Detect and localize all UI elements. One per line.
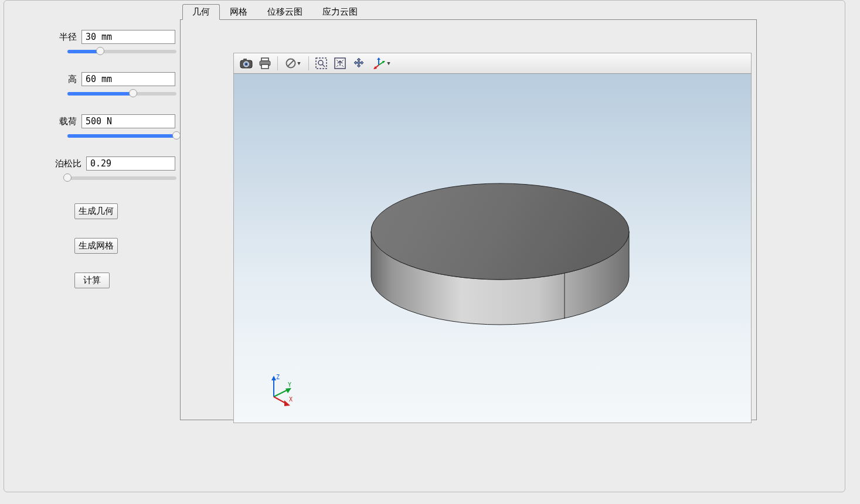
height-label: 高: [68, 74, 77, 85]
gizmo-y-label: Y: [288, 382, 291, 388]
compute-button[interactable]: 计算: [74, 273, 110, 288]
svg-rect-4: [261, 58, 268, 61]
svg-rect-9: [316, 58, 327, 69]
geometry-cylinder: [234, 74, 752, 423]
height-input[interactable]: [81, 72, 175, 86]
filter-dropdown-icon[interactable]: ▼: [281, 55, 305, 71]
svg-point-10: [318, 60, 323, 65]
svg-marker-22: [271, 376, 276, 380]
viewport-toolbar: ▼: [233, 53, 752, 74]
fit-view-icon[interactable]: [331, 55, 349, 71]
tab-bar: 几何 网格 位移云图 应力云图: [180, 4, 842, 20]
gizmo-x-label: X: [289, 396, 293, 403]
generate-geometry-button[interactable]: 生成几何: [74, 203, 118, 219]
svg-line-11: [322, 64, 325, 67]
chevron-down-icon: ▼: [387, 60, 390, 66]
axes-gizmo: Z Y X: [261, 373, 296, 408]
svg-rect-1: [243, 59, 247, 61]
height-slider[interactable]: [67, 92, 176, 96]
svg-line-8: [288, 60, 294, 66]
poisson-slider-thumb[interactable]: [63, 173, 72, 182]
zoom-box-icon[interactable]: [312, 55, 330, 71]
svg-marker-14: [377, 57, 380, 60]
load-slider[interactable]: [67, 134, 176, 138]
svg-line-23: [274, 390, 288, 397]
svg-point-20: [371, 183, 629, 280]
load-slider-thumb[interactable]: [172, 131, 181, 139]
radius-slider-thumb[interactable]: [96, 47, 104, 55]
app-window: 半径 高 载荷: [4, 0, 845, 492]
radius-input[interactable]: [81, 30, 175, 44]
chevron-down-icon: ▼: [297, 60, 300, 66]
tab-stress[interactable]: 应力云图: [312, 4, 368, 20]
tab-content: ▼: [180, 19, 757, 420]
gizmo-z-label: Z: [276, 374, 280, 380]
viewport-3d[interactable]: Z Y X: [233, 74, 752, 423]
axes-dropdown-icon[interactable]: ▼: [369, 55, 395, 71]
radius-label: 半径: [59, 32, 77, 43]
poisson-label: 泊松比: [55, 158, 81, 169]
height-slider-thumb[interactable]: [129, 89, 137, 97]
tab-area: 几何 网格 位移云图 应力云图 ▼: [180, 4, 842, 420]
tab-mesh[interactable]: 网格: [220, 4, 257, 20]
poisson-slider[interactable]: [67, 176, 176, 180]
param-row-load: 载荷: [9, 114, 175, 128]
param-row-height: 高: [9, 72, 175, 86]
poisson-input[interactable]: [86, 156, 175, 171]
tab-displacement[interactable]: 位移云图: [257, 4, 312, 20]
load-input[interactable]: [81, 114, 175, 128]
viewport-frame: ▼: [233, 53, 752, 423]
param-row-poisson: 泊松比: [9, 156, 175, 171]
svg-point-3: [245, 63, 247, 66]
svg-rect-6: [261, 64, 268, 69]
pan-icon[interactable]: [350, 55, 368, 71]
generate-mesh-button[interactable]: 生成网格: [74, 238, 118, 254]
print-icon[interactable]: [256, 55, 274, 71]
param-row-radius: 半径: [9, 30, 175, 44]
tab-geometry[interactable]: 几何: [182, 4, 220, 20]
load-label: 载荷: [59, 116, 77, 127]
radius-slider[interactable]: [67, 50, 176, 53]
sidebar: 半径 高 载荷: [4, 1, 180, 307]
camera-icon[interactable]: [237, 55, 255, 71]
